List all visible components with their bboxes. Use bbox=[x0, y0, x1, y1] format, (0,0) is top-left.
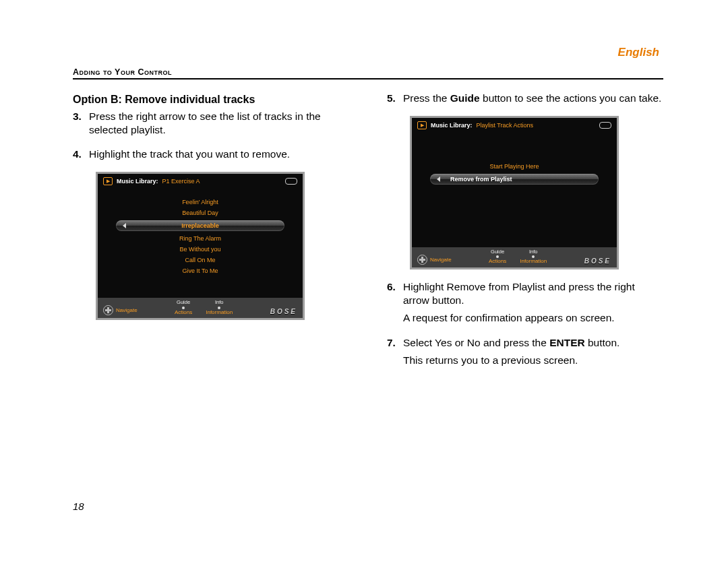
action-item: Start Playing Here bbox=[424, 161, 605, 172]
title-crumb: P1 Exercise A bbox=[162, 178, 200, 185]
track-item: Beautiful Day bbox=[110, 208, 291, 218]
footer-guide: Guide Actions bbox=[175, 300, 192, 315]
step-number: 4. bbox=[73, 148, 85, 165]
status-icon bbox=[285, 178, 297, 185]
track-item: Call On Me bbox=[110, 255, 291, 265]
step: 7.Select Yes or No and press the ENTER b… bbox=[387, 336, 663, 371]
dpad-icon bbox=[103, 305, 113, 315]
guide-top: Guide bbox=[491, 249, 504, 255]
step-text: Highlight Remove from Playlist and press… bbox=[403, 280, 663, 307]
step-text: Press the right arrow to see the list of… bbox=[89, 110, 349, 137]
left-steps: 3. Press the right arrow to see the list… bbox=[73, 110, 349, 165]
step: 5.Press the Guide button to see the acti… bbox=[387, 92, 663, 109]
bose-logo: BOSE bbox=[584, 257, 611, 265]
guide-bottom: Actions bbox=[175, 310, 192, 316]
step-text: Highlight the track that you want to rem… bbox=[89, 148, 290, 161]
navigate-label: Navigate bbox=[430, 257, 452, 263]
language-label: English bbox=[618, 46, 659, 59]
step: 6.Highlight Remove from Playlist and pre… bbox=[387, 280, 663, 329]
step-3: 3. Press the right arrow to see the list… bbox=[73, 110, 349, 141]
right-steps-a: 5.Press the Guide button to see the acti… bbox=[387, 92, 663, 109]
section-header: Adding to Your Control bbox=[73, 67, 663, 77]
step-number: 6. bbox=[387, 280, 399, 329]
step-text: Select Yes or No and press the ENTER but… bbox=[403, 336, 619, 350]
status-icon bbox=[599, 122, 611, 129]
bose-logo: BOSE bbox=[270, 308, 297, 315]
step-extra: This returns you to a previous screen. bbox=[403, 354, 619, 367]
screen-footer: Navigate Guide Actions Info Informat bbox=[98, 298, 303, 318]
screen-titlebar: ▶ Music Library: P1 Exercise A bbox=[98, 174, 303, 189]
title-prefix: Music Library: bbox=[431, 122, 473, 129]
play-indicator-icon: ▶ bbox=[417, 121, 427, 129]
option-b-heading: Option B: Remove individual tracks bbox=[73, 94, 349, 106]
right-column: 5.Press the Guide button to see the acti… bbox=[387, 92, 663, 378]
action-item: Remove from Playlist bbox=[424, 172, 605, 187]
selected-pill: Remove from Playlist bbox=[430, 174, 599, 185]
track-list: Feelin' AlrightBeautiful DayIrreplaceabl… bbox=[110, 197, 291, 276]
step-number: 3. bbox=[73, 110, 85, 141]
screen-titlebar: ▶ Music Library: Playlist Track Actions bbox=[412, 118, 617, 133]
step-body: Highlight Remove from Playlist and press… bbox=[403, 280, 663, 329]
selected-pill: Irreplaceable bbox=[116, 220, 284, 231]
footer-navigate: Navigate bbox=[417, 255, 452, 265]
section-rule bbox=[73, 78, 663, 79]
guide-top: Guide bbox=[177, 300, 190, 305]
manual-page: English Adding to Your Control Option B:… bbox=[0, 0, 728, 574]
step-number: 7. bbox=[387, 336, 399, 371]
track-item: Ring The Alarm bbox=[110, 233, 291, 244]
step-4: 4. Highlight the track that you want to … bbox=[73, 148, 349, 165]
play-indicator-icon: ▶ bbox=[103, 177, 113, 185]
right-steps-b: 6.Highlight Remove from Playlist and pre… bbox=[387, 280, 663, 371]
info-top: Info bbox=[529, 249, 538, 255]
dpad-icon bbox=[417, 255, 427, 265]
chevron-left-icon bbox=[123, 223, 126, 228]
page-number: 18 bbox=[73, 501, 84, 512]
footer-info: Info Information bbox=[520, 249, 547, 265]
screenshot-track-list: ▶ Music Library: P1 Exercise A Feelin' A… bbox=[96, 172, 305, 320]
step-extra: A request for confirmation appears on sc… bbox=[403, 311, 663, 325]
screenshot-track-actions: ▶ Music Library: Playlist Track Actions … bbox=[410, 116, 619, 269]
step-text: Press the Guide button to see the action… bbox=[403, 92, 661, 105]
title-prefix: Music Library: bbox=[117, 178, 158, 185]
info-bottom: Information bbox=[520, 259, 547, 265]
info-bottom: Information bbox=[206, 310, 233, 316]
track-item: Feelin' Alright bbox=[110, 197, 291, 208]
track-item: Irreplaceable bbox=[110, 218, 291, 233]
footer-navigate: Navigate bbox=[103, 305, 138, 315]
title-crumb: Playlist Track Actions bbox=[477, 122, 534, 129]
step-body: Select Yes or No and press the ENTER but… bbox=[403, 336, 619, 371]
footer-guide: Guide Actions bbox=[489, 249, 506, 265]
footer-info: Info Information bbox=[206, 300, 233, 315]
action-list: Start Playing HereRemove from Playlist bbox=[424, 161, 605, 187]
step-number: 5. bbox=[387, 92, 399, 109]
track-item: Give It To Me bbox=[110, 265, 291, 276]
navigate-label: Navigate bbox=[116, 307, 138, 313]
chevron-left-icon bbox=[437, 177, 440, 182]
track-item: Be Without you bbox=[110, 244, 291, 255]
guide-bottom: Actions bbox=[489, 259, 506, 265]
left-column: Option B: Remove individual tracks 3. Pr… bbox=[73, 92, 349, 378]
step-body: Press the Guide button to see the action… bbox=[403, 92, 661, 109]
info-top: Info bbox=[215, 300, 224, 305]
screen-footer: Navigate Guide Actions Info Informat bbox=[412, 247, 617, 267]
